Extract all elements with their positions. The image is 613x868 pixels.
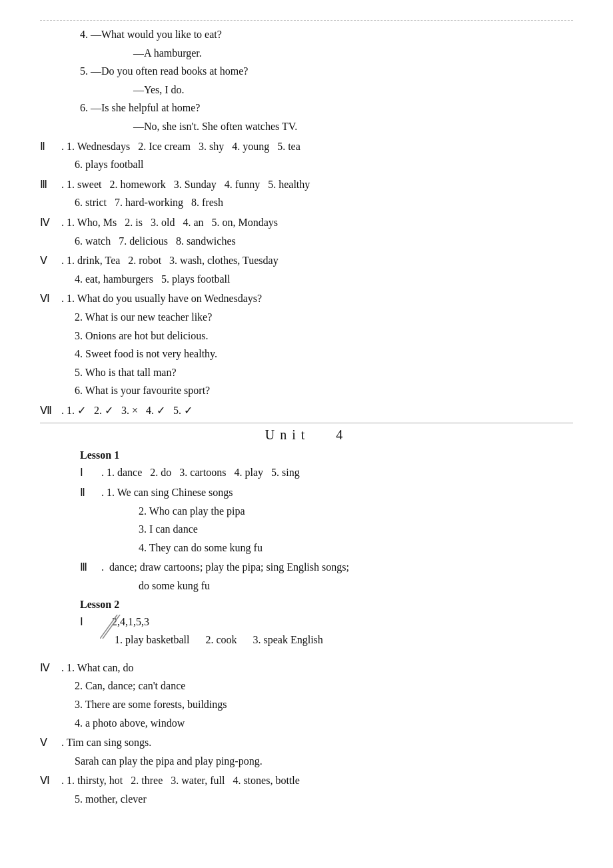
lesson1-iii-line1: Ⅲ . dance; draw cartoons; play the pipa;… [80,559,573,576]
roman-iv-b-line1: Ⅳ. 1. What can, do [40,659,573,677]
unit-divider [40,423,573,423]
item-5-line2: —Yes, I do. [80,81,573,99]
lesson2-i-line1: Ⅰ 2,4,1,5,3 [80,613,573,631]
lesson1-ii-line4: 4. They can do some kung fu [80,539,573,557]
roman-vi-top-section: Ⅵ. 1. What do you usually have on Wednes… [40,290,573,399]
roman-iv-line2: 6. watch 7. delicious 8. sandwiches [40,233,573,250]
top-border [40,20,573,21]
roman-vi-line1: Ⅵ. 1. What do you usually have on Wednes… [40,290,573,307]
roman-iv-b-line3: 3. There are some forests, buildings [40,696,573,713]
lesson-2-label-container: Lesson 2 [40,599,573,611]
roman-vi-line3: 3. Onions are hot but delicious. [40,327,573,345]
roman-iv-b-line4: 4. a photo above, window [40,715,573,732]
roman-v-line1: Ⅴ. 1. drink, Tea 2. robot 3. wash, cloth… [40,252,573,269]
item-4-line2: —A hamburger. [80,45,573,62]
lesson1-roman-iii: Ⅲ . dance; draw cartoons; play the pipa;… [40,559,573,594]
roman-iii-line1: Ⅲ. 1. sweet 2. homework 3. Sunday 4. fun… [40,176,573,193]
roman-iv-top-section: Ⅳ. 1. Who, Ms 2. is 3. old 4. an 5. on, … [40,214,573,249]
roman-vii-line1: Ⅶ. 1. ✓ 2. ✓ 3. × 4. ✓ 5. ✓ [40,402,573,419]
lesson-1-label-container: Lesson 1 [40,449,573,461]
roman-vii-section: Ⅶ. 1. ✓ 2. ✓ 3. × 4. ✓ 5. ✓ [40,402,573,419]
roman-iv-bottom-section: Ⅳ. 1. What can, do 2. Can, dance; can't … [40,659,573,731]
roman-iii-line2: 6. strict 7. hard-working 8. fresh [40,194,573,211]
lesson1-ii-line1: Ⅱ . 1. We can sing Chinese songs [80,484,573,501]
lesson1-i-line1: Ⅰ . 1. dance 2. do 3. cartoons 4. play 5… [80,464,573,481]
roman-vi-line6: 6. What is your favourite sport? [40,382,573,399]
roman-vi-line4: 4. Sweet food is not very healthy. [40,345,573,363]
roman-iii-section: Ⅲ. 1. sweet 2. homework 3. Sunday 4. fun… [40,176,573,211]
lesson1-roman-i: Ⅰ . 1. dance 2. do 3. cartoons 4. play 5… [40,464,573,481]
lesson1-iii-line2: do some kung fu [80,577,573,595]
dialogue-items: 4. —What would you like to eat? —A hambu… [40,26,573,135]
roman-v-top-section: Ⅴ. 1. drink, Tea 2. robot 3. wash, cloth… [40,252,573,287]
page-content: 4. —What would you like to eat? —A hambu… [40,20,573,808]
lesson1-ii-line2: 2. Who can play the pipa [80,503,573,520]
item-4-line1: 4. —What would you like to eat? [80,26,573,43]
roman-v-b-line2: Sarah can play the pipa and play ping-po… [40,753,573,770]
roman-v-b-line1: Ⅴ. Tim can sing songs. [40,734,573,751]
roman-vi-b-line1: Ⅵ. 1. thirsty, hot 2. three 3. water, fu… [40,772,573,789]
lesson1-roman-ii: Ⅱ . 1. We can sing Chinese songs 2. Who … [40,484,573,556]
roman-v-line2: 4. eat, hamburgers 5. plays football [40,271,573,288]
roman-iv-b-line2: 2. Can, dance; can't dance [40,677,573,695]
roman-ii-section: Ⅱ. 1. Wednesdays 2. Ice cream 3. shy 4. … [40,138,573,173]
lesson-2-label: Lesson 2 [40,599,573,611]
roman-ii-line2: 6. plays football [40,156,573,173]
roman-vi-line5: 5. Who is that tall man? [40,364,573,381]
lesson2-roman-i: Ⅰ 2,4,1,5,3 1. play basketball 2. cook 3… [40,613,573,649]
roman-v-bottom-section: Ⅴ. Tim can sing songs. Sarah can play th… [40,734,573,769]
roman-iv-line1: Ⅳ. 1. Who, Ms 2. is 3. old 4. an 5. on, … [40,214,573,231]
lesson2-i-line2: 1. play basketball 2. cook 3. speak Engl… [80,631,573,649]
roman-ii-line1: Ⅱ. 1. Wednesdays 2. Ice cream 3. shy 4. … [40,138,573,155]
lesson1-ii-line3: 3. I can dance [80,521,573,538]
item-6-line1: 6. —Is she helpful at home? [80,99,573,117]
roman-vi-b-line2: 5. mother, clever [40,791,573,808]
item-5-line1: 5. —Do you often read books at home? [80,63,573,80]
roman-vi-bottom-section: Ⅵ. 1. thirsty, hot 2. three 3. water, fu… [40,772,573,807]
roman-vi-line2: 2. What is our new teacher like? [40,309,573,326]
lesson-1-label: Lesson 1 [40,449,573,461]
unit-title: Unit 4 [40,427,573,443]
item-6-line2: —No, she isn't. She often watches TV. [80,118,573,135]
